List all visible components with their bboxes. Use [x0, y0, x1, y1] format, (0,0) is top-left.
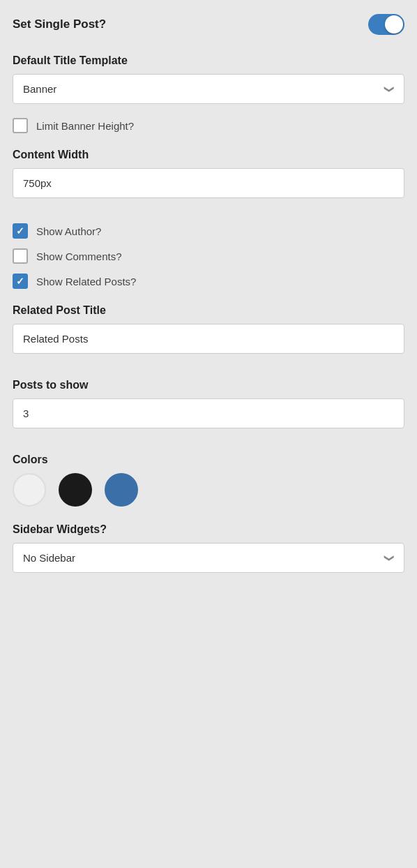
limit-banner-height-row[interactable]: Limit Banner Height? — [13, 118, 404, 133]
color-black-circle[interactable] — [59, 473, 92, 507]
page-container: Set Single Post? Default Title Template … — [0, 0, 417, 601]
color-circles-container — [13, 473, 404, 507]
sidebar-widgets-select[interactable]: No Sidebar Left Sidebar Right Sidebar — [13, 544, 404, 572]
content-width-input[interactable] — [13, 168, 404, 198]
limit-banner-height-checkbox[interactable] — [13, 118, 28, 133]
colors-label: Colors — [13, 454, 404, 466]
limit-banner-height-label: Limit Banner Height? — [36, 120, 134, 132]
related-post-title-input[interactable] — [13, 324, 404, 354]
posts-to-show-label: Posts to show — [13, 379, 404, 391]
set-single-post-label: Set Single Post? — [13, 17, 106, 31]
sidebar-widgets-select-wrapper: No Sidebar Left Sidebar Right Sidebar ❯ — [13, 543, 404, 573]
color-blue-circle[interactable] — [105, 473, 138, 507]
posts-to-show-section: Posts to show — [13, 379, 404, 440]
set-single-post-row: Set Single Post? — [13, 14, 404, 35]
show-author-checkbox[interactable] — [13, 223, 28, 239]
show-related-posts-row[interactable]: Show Related Posts? — [13, 274, 404, 289]
content-width-label: Content Width — [13, 149, 404, 161]
show-related-posts-label: Show Related Posts? — [36, 276, 136, 287]
default-title-template-select-wrapper: Banner Full Minimal ❯ — [13, 74, 404, 104]
posts-to-show-input[interactable] — [13, 398, 404, 428]
default-title-template-select[interactable]: Banner Full Minimal — [13, 75, 404, 103]
show-related-posts-checkbox[interactable] — [13, 274, 28, 289]
set-single-post-toggle[interactable] — [368, 14, 404, 35]
default-title-template-section: Default Title Template Banner Full Minim… — [13, 54, 404, 104]
colors-section: Colors — [13, 454, 404, 507]
sidebar-widgets-label: Sidebar Widgets? — [13, 523, 404, 536]
related-post-title-label: Related Post Title — [13, 304, 404, 317]
show-comments-label: Show Comments? — [36, 250, 122, 262]
default-title-template-label: Default Title Template — [13, 54, 404, 67]
show-comments-row[interactable]: Show Comments? — [13, 248, 404, 264]
sidebar-widgets-section: Sidebar Widgets? No Sidebar Left Sidebar… — [13, 523, 404, 573]
show-author-label: Show Author? — [36, 225, 101, 237]
color-white-circle[interactable] — [13, 473, 46, 507]
show-comments-checkbox[interactable] — [13, 248, 28, 264]
content-width-section: Content Width — [13, 149, 404, 209]
related-post-title-section: Related Post Title — [13, 304, 404, 365]
show-author-row[interactable]: Show Author? — [13, 223, 404, 239]
